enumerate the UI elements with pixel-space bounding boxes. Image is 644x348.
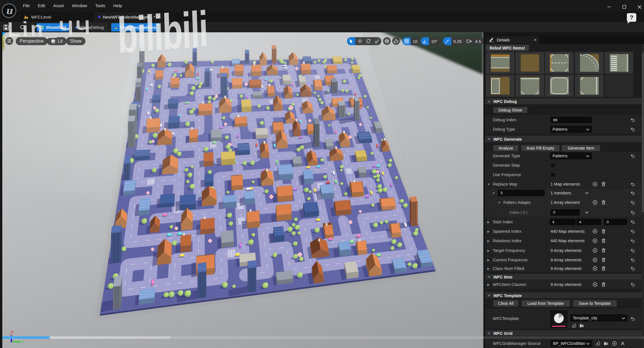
wfc-tile-thumbnail-empty[interactable] bbox=[605, 75, 633, 97]
section-header-wfc-generate[interactable]: ▼WFC Generate bbox=[485, 136, 642, 142]
maximize-button[interactable] bbox=[621, 4, 627, 10]
reset-to-default-icon[interactable] bbox=[630, 316, 635, 321]
reset-to-default-icon[interactable] bbox=[630, 118, 635, 122]
show-decorations-button[interactable]: ShowDecorations bbox=[111, 23, 159, 31]
minimize-button[interactable] bbox=[606, 4, 612, 10]
menu-tools[interactable]: Tools bbox=[91, 2, 109, 9]
checkbox-unchecked[interactable] bbox=[551, 163, 555, 168]
expander-closed-icon[interactable]: ▶ bbox=[487, 230, 490, 233]
reset-to-default-icon[interactable] bbox=[630, 200, 635, 205]
expander-open-icon[interactable]: ▼ bbox=[492, 191, 495, 194]
wfc-tile-thumbnail-dirt-edge[interactable] bbox=[486, 75, 515, 97]
lit-mode-button[interactable]: Lit bbox=[47, 37, 67, 45]
expander-open-icon[interactable]: ▼ bbox=[498, 201, 501, 204]
delete-elements-icon[interactable] bbox=[601, 282, 606, 287]
use-selected-asset-icon[interactable] bbox=[571, 323, 576, 328]
world-space-button[interactable] bbox=[383, 37, 391, 45]
delete-elements-icon[interactable] bbox=[601, 200, 606, 205]
reload-wfc-items-button[interactable]: Relod WFC Items! bbox=[486, 45, 529, 51]
delete-elements-icon[interactable] bbox=[601, 182, 606, 186]
tab-wfclevel[interactable]: WFCLevel bbox=[20, 12, 55, 21]
reset-to-default-icon[interactable] bbox=[630, 258, 635, 263]
details-scrollbar-thumb[interactable] bbox=[642, 52, 644, 212]
delete-elements-icon[interactable] bbox=[601, 238, 606, 243]
grid-manager-dropdown[interactable]: BP_WFCGridManaı bbox=[551, 340, 592, 347]
enum-dropdown[interactable]: Patterns bbox=[550, 126, 592, 133]
reset-to-default-icon[interactable] bbox=[630, 229, 635, 234]
browse-to-asset-icon[interactable] bbox=[604, 341, 609, 346]
menu-window[interactable]: Window bbox=[68, 2, 91, 9]
vector-field-1[interactable]: 4 bbox=[577, 219, 601, 225]
level-viewport[interactable]: Perspective Lit Show bbox=[2, 32, 483, 348]
reset-to-default-icon[interactable] bbox=[630, 266, 635, 271]
show-grid-button[interactable]: ShowGrid bbox=[37, 23, 69, 31]
menu-asset[interactable]: Asset bbox=[49, 2, 68, 9]
show-flags-button[interactable]: Show bbox=[66, 37, 85, 45]
template-asset-dropdown[interactable]: Template_city bbox=[570, 315, 628, 321]
expander-closed-icon[interactable]: ▶ bbox=[487, 220, 490, 224]
value-field[interactable]: 86 bbox=[551, 117, 592, 123]
add-element-icon[interactable] bbox=[593, 248, 597, 253]
clear-reference-icon[interactable] bbox=[620, 341, 625, 346]
checkbox-unchecked[interactable] bbox=[551, 172, 555, 177]
section-header-wfc-itme[interactable]: ▼WFC Itme bbox=[485, 274, 642, 280]
close-button[interactable] bbox=[637, 4, 642, 10]
wfc-tile-thumbnail-plaza[interactable] bbox=[545, 75, 574, 97]
wfc-tile-thumbnail-road-straight[interactable] bbox=[486, 52, 515, 74]
enum-dropdown[interactable]: Patterns bbox=[550, 152, 592, 159]
details-close-icon[interactable]: ✕ bbox=[534, 38, 537, 42]
add-element-icon[interactable] bbox=[593, 200, 597, 205]
unreal-engine-logo[interactable]: u bbox=[1, 3, 17, 18]
delete-elements-icon[interactable] bbox=[601, 258, 606, 263]
auto-fill-empty-button[interactable]: Auto Fill Empty bbox=[521, 145, 560, 151]
browse-content-icon[interactable] bbox=[19, 24, 26, 31]
template-asset-thumbnail[interactable] bbox=[550, 311, 567, 328]
menu-help[interactable]: Help bbox=[109, 2, 126, 9]
details-tab[interactable]: Details ✕ bbox=[486, 36, 540, 44]
add-element-icon[interactable] bbox=[593, 238, 597, 243]
reset-to-default-icon[interactable] bbox=[630, 282, 635, 287]
rotation-snap-control[interactable]: 10° bbox=[421, 37, 440, 45]
delete-elements-icon[interactable] bbox=[601, 229, 606, 234]
vector-field-0[interactable]: 4 bbox=[550, 219, 575, 225]
reset-to-default-icon[interactable] bbox=[630, 190, 635, 195]
section-header-wfc-template[interactable]: ▼WFC Template bbox=[485, 293, 642, 299]
generate-item-button[interactable]: Generate Item bbox=[562, 145, 600, 151]
camera-speed-control[interactable]: 4.5 bbox=[465, 37, 483, 45]
map-key-field[interactable]: 5 bbox=[498, 190, 545, 196]
scale-snap-control[interactable]: 0.25 bbox=[443, 37, 464, 45]
wfc-tile-thumbnail-curve[interactable] bbox=[575, 52, 604, 74]
wfc-tile-thumbnail-dirt[interactable] bbox=[515, 52, 544, 74]
wfc-tile-thumbnail-road-side[interactable] bbox=[575, 75, 604, 97]
vector-field-2[interactable]: 0 bbox=[604, 219, 627, 225]
expander-closed-icon[interactable]: ▶ bbox=[487, 249, 490, 252]
expander-open-icon[interactable]: ▼ bbox=[487, 182, 490, 186]
save-icon[interactable] bbox=[2, 24, 10, 31]
expander-closed-icon[interactable]: ▶ bbox=[487, 239, 490, 242]
add-element-icon[interactable] bbox=[593, 266, 597, 271]
help-bubble-icon[interactable]: ? bbox=[627, 13, 636, 22]
reset-to-default-icon[interactable] bbox=[630, 127, 635, 132]
reset-to-default-icon[interactable] bbox=[630, 248, 635, 253]
add-element-icon[interactable] bbox=[593, 182, 597, 186]
wfc-tile-thumbnail-intersection[interactable] bbox=[545, 52, 574, 74]
analyse-button[interactable]: Analyse bbox=[493, 145, 519, 151]
expander-closed-icon[interactable]: ▶ bbox=[487, 267, 490, 270]
value-field[interactable]: 0 bbox=[551, 209, 580, 216]
load-from-template-button[interactable]: Load from Template bbox=[521, 300, 570, 307]
move-tool-button[interactable] bbox=[356, 37, 364, 45]
expander-closed-icon[interactable]: ▶ bbox=[487, 283, 490, 286]
video-progress-bar[interactable] bbox=[0, 336, 644, 339]
viewport-menu-button[interactable] bbox=[5, 37, 13, 45]
menu-file[interactable]: File bbox=[19, 2, 34, 9]
wfc-tile-thumbnail-road-top[interactable] bbox=[515, 75, 544, 97]
reset-to-default-icon[interactable] bbox=[630, 210, 635, 215]
browse-to-asset-icon[interactable] bbox=[579, 323, 584, 328]
clear-all-button[interactable]: Clear All bbox=[493, 300, 519, 307]
add-element-icon[interactable] bbox=[612, 341, 617, 346]
section-header-wfc-debug[interactable]: ▼WFC Debug bbox=[485, 98, 642, 105]
add-element-icon[interactable] bbox=[593, 229, 597, 234]
grid-snap-control[interactable]: 10 bbox=[402, 37, 420, 45]
add-element-icon[interactable] bbox=[593, 258, 597, 263]
wfc-tile-thumbnail-crosswalk[interactable] bbox=[605, 52, 633, 74]
